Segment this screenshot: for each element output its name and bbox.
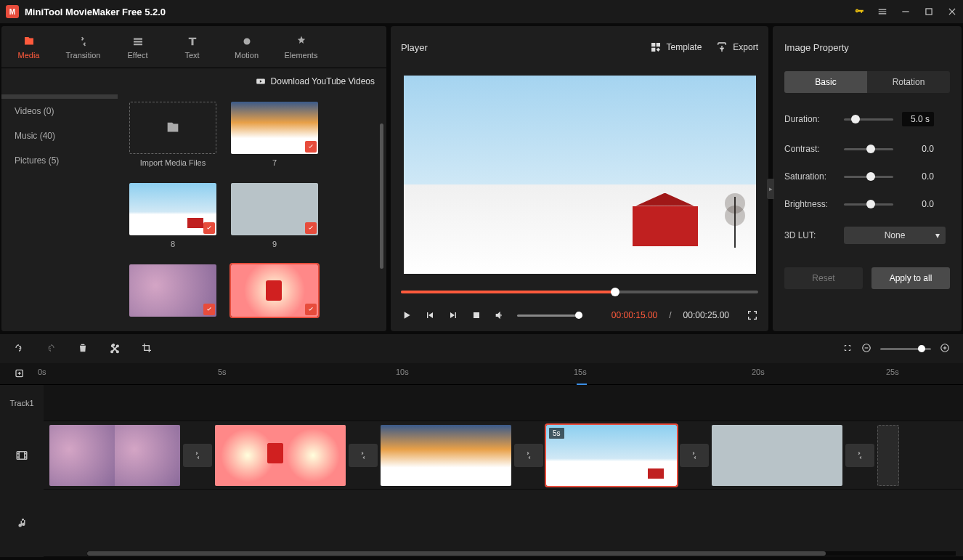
saturation-label: Saturation: — [784, 171, 835, 182]
play-button[interactable] — [401, 309, 413, 321]
tab-effect-label: Effect — [128, 51, 148, 60]
video-track-icon[interactable] — [0, 421, 44, 490]
svg-rect-3 — [474, 312, 479, 318]
preview-frame[interactable] — [404, 76, 756, 274]
clip-4[interactable]: 5s — [546, 425, 677, 486]
download-youtube-link[interactable]: Download YouTube Videos — [256, 76, 375, 86]
stop-button[interactable] — [471, 309, 482, 321]
audio-track[interactable] — [44, 490, 963, 557]
media-thumb-7[interactable] — [231, 102, 318, 154]
chevron-down-icon: ▾ — [935, 230, 940, 240]
import-media-button[interactable] — [129, 102, 216, 154]
track-gutter: Track1 — [0, 385, 44, 557]
transition-node[interactable] — [514, 444, 543, 467]
clip-duration: 5s — [549, 428, 564, 439]
titlebar: M MiniTool MovieMaker Free 5.2.0 — [0, 0, 963, 23]
clip-2[interactable] — [215, 425, 346, 486]
sidebar-item-videos[interactable]: Videos (0) — [1, 99, 118, 123]
transition-node[interactable] — [183, 444, 212, 467]
clip-3[interactable] — [381, 425, 511, 486]
brightness-value: 0.0 — [902, 199, 934, 209]
redo-button[interactable] — [45, 342, 57, 356]
delete-button[interactable] — [77, 342, 89, 356]
next-button[interactable] — [447, 309, 459, 321]
split-button[interactable] — [109, 342, 121, 356]
minimize-icon[interactable] — [901, 7, 911, 17]
video-track[interactable]: 5s — [44, 421, 963, 490]
lut-label: 3D LUT: — [784, 230, 835, 240]
app-title: MiniTool MovieMaker Free 5.2.0 — [25, 7, 166, 17]
media-thumb-9[interactable] — [231, 183, 318, 235]
ruler-tick: 20s — [752, 368, 765, 376]
time-total: 00:00:25.00 — [683, 310, 729, 320]
transition-node[interactable] — [680, 444, 709, 467]
license-key-icon[interactable] — [854, 7, 864, 17]
clip-5[interactable] — [712, 425, 842, 486]
sidebar-item-music[interactable]: Music (40) — [1, 123, 118, 148]
saturation-value: 0.0 — [902, 171, 934, 182]
tab-motion[interactable]: Motion — [219, 26, 274, 68]
lut-select[interactable]: None ▾ — [844, 227, 946, 244]
duration-label: Duration: — [784, 114, 835, 124]
collapse-handle[interactable]: ▸ — [767, 179, 774, 199]
timeline-ruler[interactable]: 0s 5s 10s 15s 20s 25s — [0, 363, 963, 385]
tab-transition[interactable]: Transition — [56, 26, 110, 68]
svg-rect-0 — [902, 11, 909, 12]
fullscreen-button[interactable] — [747, 309, 758, 321]
tab-elements[interactable]: Elements — [274, 26, 328, 68]
export-button[interactable]: Export — [716, 41, 758, 53]
tab-media-label: Media — [18, 51, 40, 60]
reset-button[interactable]: Reset — [784, 267, 863, 289]
volume-slider[interactable] — [517, 315, 582, 317]
media-thumb-10[interactable] — [129, 264, 216, 317]
undo-button[interactable] — [13, 342, 25, 356]
apply-all-button[interactable]: Apply to all — [871, 267, 950, 289]
media-thumb-8[interactable] — [129, 183, 216, 235]
prev-button[interactable] — [424, 309, 436, 321]
volume-button[interactable] — [494, 309, 505, 321]
tab-transition-label: Transition — [66, 51, 101, 60]
time-current: 00:00:15.00 — [611, 310, 657, 320]
seek-bar[interactable] — [401, 285, 758, 299]
ruler-tick: 0s — [38, 368, 46, 376]
fit-button[interactable] — [842, 343, 853, 355]
svg-rect-10 — [17, 452, 27, 460]
zoom-slider[interactable] — [880, 348, 931, 350]
clip-1[interactable] — [49, 425, 180, 486]
prop-tab-rotation[interactable]: Rotation — [867, 71, 950, 93]
crop-button[interactable] — [141, 342, 153, 356]
transition-node[interactable] — [845, 444, 874, 467]
zoom-in-button[interactable] — [940, 343, 950, 355]
zoom-out-button[interactable] — [861, 343, 871, 355]
timeline-scrollbar[interactable] — [87, 551, 956, 556]
prop-tab-basic[interactable]: Basic — [784, 71, 867, 93]
tab-text[interactable]: Text — [165, 26, 219, 68]
overlay-track[interactable] — [44, 385, 963, 421]
close-icon[interactable] — [947, 7, 957, 17]
lut-value: None — [885, 230, 906, 240]
sidebar-item-pictures[interactable]: Pictures (5) — [1, 148, 118, 173]
media-scrollbar[interactable] — [380, 123, 383, 269]
tab-elements-label: Elements — [285, 51, 318, 60]
brightness-label: Brightness: — [784, 199, 835, 209]
tab-media[interactable]: Media — [1, 26, 56, 68]
brightness-slider[interactable] — [844, 203, 893, 206]
audio-track-icon[interactable] — [0, 490, 44, 557]
menu-icon[interactable] — [877, 7, 887, 17]
clip-append[interactable] — [877, 425, 899, 486]
template-button[interactable]: Template — [650, 41, 702, 53]
contrast-slider[interactable] — [844, 148, 893, 150]
props-title: Image Property — [773, 26, 962, 68]
ruler-tick: 10s — [396, 368, 409, 376]
add-track-button[interactable] — [15, 368, 26, 381]
transition-node[interactable] — [349, 444, 378, 467]
duration-value[interactable]: 5.0 s — [902, 112, 934, 126]
maximize-icon[interactable] — [924, 7, 934, 17]
duration-slider[interactable] — [844, 118, 893, 121]
tab-effect[interactable]: Effect — [110, 26, 165, 68]
svg-rect-5 — [865, 347, 869, 348]
player-panel: Player Template Export — [391, 26, 768, 331]
media-thumb-11[interactable] — [231, 264, 318, 317]
contrast-value: 0.0 — [902, 144, 934, 154]
saturation-slider[interactable] — [844, 176, 893, 178]
